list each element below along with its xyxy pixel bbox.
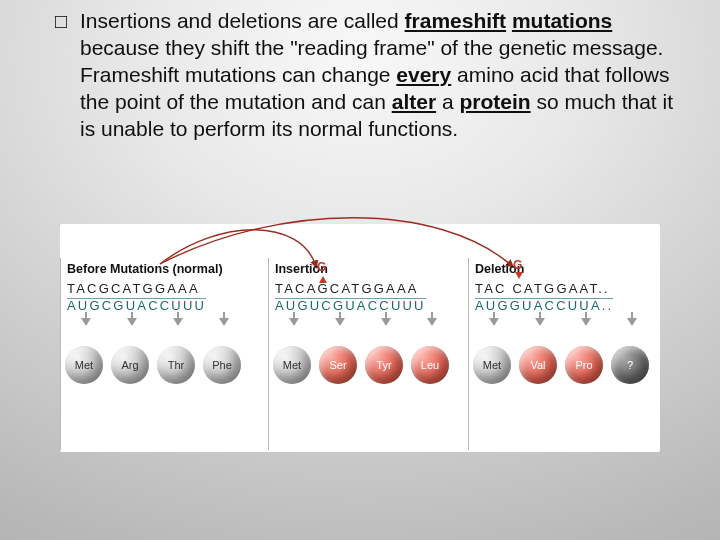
aa-ball: Ser (319, 346, 357, 384)
aa-ball: Leu (411, 346, 449, 384)
panel-normal: Before Mutations (normal) TACGCATGGAAA A… (60, 258, 268, 450)
panel-insertion-aa: Met Ser Tyr Leu (275, 318, 462, 400)
insertion-letter: G (317, 260, 326, 274)
panel-normal-aa: Met Arg Thr Phe (67, 318, 262, 400)
aa-ball: ? (611, 346, 649, 384)
frameshift-diagram: Before Mutations (normal) TACGCATGGAAA A… (60, 224, 660, 452)
panel-insertion-title: Insertion (275, 262, 462, 276)
panel-insertion-dna: TACAGCATGGAAA (275, 282, 462, 296)
panel-deletion: Deletion G TAC CATGGAAT.. AUGGUACCUUA.. … (468, 258, 660, 450)
panel-deletion-rna: AUGGUACCUUA.. (475, 298, 613, 313)
aa-ball: Thr (157, 346, 195, 384)
panel-normal-dna: TACGCATGGAAA (67, 282, 262, 296)
aa-ball: Tyr (365, 346, 403, 384)
panel-deletion-dna: TAC CATGGAAT.. (475, 282, 654, 296)
aa-ball: Met (65, 346, 103, 384)
aa-ball: Pro (565, 346, 603, 384)
aa-ball: Met (473, 346, 511, 384)
panel-insertion-rna: AUGUCGUACCUUU (275, 298, 426, 313)
t-alter: alter (392, 90, 436, 113)
panel-insertion: Insertion G TACAGCATGGAAA AUGUCGUACCUUU … (268, 258, 468, 450)
bullet-marker: □ (55, 10, 67, 33)
aa-ball: Met (273, 346, 311, 384)
t-protein: protein (459, 90, 530, 113)
panel-deletion-aa: Met Val Pro ? (475, 318, 654, 400)
deletion-caret-icon (515, 272, 523, 279)
t-mid3: a (436, 90, 459, 113)
t-mutations: mutations (512, 9, 612, 32)
insertion-caret-icon (319, 276, 327, 283)
body-text: Insertions and deletions are called fram… (0, 0, 720, 142)
panel-normal-rna: AUGCGUACCUUU (67, 298, 206, 313)
t-every: every (396, 63, 451, 86)
aa-ball: Phe (203, 346, 241, 384)
panel-deletion-title: Deletion (475, 262, 654, 276)
aa-ball: Arg (111, 346, 149, 384)
deletion-letter: G (513, 258, 522, 272)
panel-normal-title: Before Mutations (normal) (67, 262, 262, 276)
aa-ball: Val (519, 346, 557, 384)
t-frameshift: frameshift (405, 9, 507, 32)
t-lead: Insertions and deletions are called (80, 9, 405, 32)
